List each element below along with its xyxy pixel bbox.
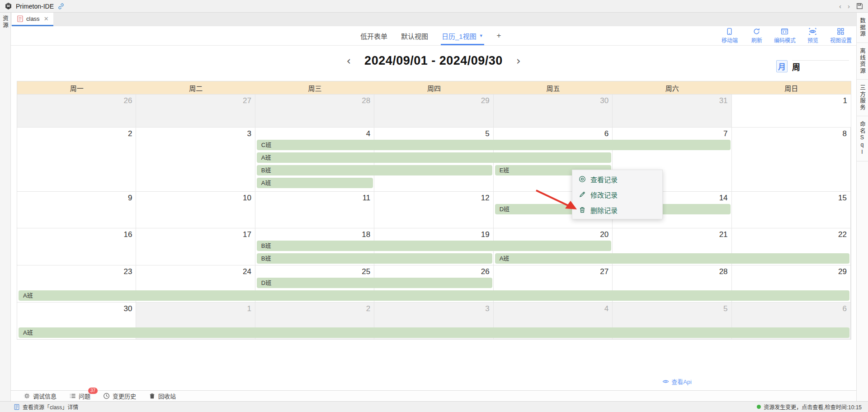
view-tab-1[interactable]: 默认视图	[401, 26, 428, 45]
weekday-label: 周一	[17, 81, 136, 94]
calendar-event-bar[interactable]: A班	[495, 253, 849, 264]
delete-record-icon	[579, 206, 586, 213]
day-cell[interactable]: 9	[17, 192, 136, 228]
day-cell[interactable]: 2	[17, 128, 136, 191]
day-number: 28	[362, 96, 370, 105]
bottom-toolbar-item-label: 变更历史	[113, 392, 136, 400]
day-cell[interactable]: 15	[732, 192, 851, 228]
day-cell[interactable]: 10	[136, 192, 255, 228]
save-icon[interactable]	[856, 2, 863, 10]
calendar-event-bar[interactable]: A班	[19, 327, 849, 338]
view-api-link[interactable]: 查看Api	[662, 377, 692, 386]
bottom-toolbar-item-3[interactable]: 回收站	[149, 392, 176, 400]
day-number: 8	[843, 129, 847, 138]
day-cell[interactable]: 8	[732, 128, 851, 191]
weekday-label: 周五	[494, 81, 613, 94]
statusbar-right-text: 资源发生变更，点击查看,检查时间:10:15	[764, 403, 862, 411]
right-sidebar-tab-label: 数据源	[858, 18, 867, 38]
week-row-2: 9101112131415D班	[17, 191, 851, 228]
next-month-button[interactable]: ›	[516, 55, 521, 67]
view-tab-0[interactable]: 低开表单	[360, 26, 387, 45]
day-cell[interactable]: 30	[494, 95, 613, 127]
primeton-ide-window: Primeton-IDE ‹ › 资源 class ✕	[0, 0, 868, 412]
history-back-button[interactable]: ‹	[836, 2, 844, 10]
day-cell[interactable]: 3	[136, 128, 255, 191]
day-number: 20	[600, 230, 609, 239]
right-sidebar-tab-3[interactable]: 命名Sql	[857, 116, 868, 161]
calendar-event-bar[interactable]: D班	[257, 278, 492, 288]
day-number: 6	[604, 129, 609, 138]
view-tab-2[interactable]: 日历_1视图▼	[442, 26, 483, 45]
week-row-1: 2345678C班A班B班E班A班	[17, 127, 851, 191]
statusbar-right[interactable]: 资源发生变更，点击查看,检查时间:10:15	[757, 403, 862, 411]
history-forward-button[interactable]: ›	[844, 2, 853, 10]
recycle-icon	[149, 393, 156, 399]
day-number: 7	[723, 129, 727, 138]
day-cell[interactable]: 17	[136, 228, 255, 265]
day-cell[interactable]: 1	[732, 95, 851, 127]
calendar-event-bar[interactable]: A班	[257, 152, 611, 163]
toolbar-action-label: 视图设置	[830, 36, 852, 44]
chevron-down-icon[interactable]: ▼	[479, 33, 483, 38]
calendar-event-bar[interactable]: A班	[257, 178, 373, 188]
editor-tab-class[interactable]: class ✕	[12, 13, 53, 26]
toolbar-action-0[interactable]: 移动端	[720, 28, 740, 44]
calendar-event-bar[interactable]: C班	[257, 140, 731, 150]
bottom-toolbar-item-0[interactable]: 调试信息	[24, 392, 57, 400]
add-view-button[interactable]: +	[497, 31, 501, 40]
context-menu-item-1[interactable]: 修改记录	[572, 187, 662, 202]
week-toggle-button[interactable]: 周	[792, 60, 849, 72]
toolbar-action-1[interactable]: 刷新	[747, 28, 767, 44]
editor-tabbar: class ✕	[11, 13, 856, 26]
statusbar: 查看资源「class」详情 资源发生变更，点击查看,检查时间:10:15	[0, 401, 868, 412]
toolbar-action-2[interactable]: 编码模式	[774, 28, 796, 44]
day-number: 4	[366, 129, 370, 138]
toolbar-action-3[interactable]: 预览	[803, 28, 823, 44]
day-cell[interactable]: 26	[17, 95, 136, 127]
right-sidebar-tab-2[interactable]: 三方服务	[857, 80, 868, 116]
refresh-icon	[753, 28, 760, 35]
bottom-toolbar-item-1[interactable]: 问题37	[69, 392, 90, 400]
day-number: 23	[124, 267, 132, 276]
day-cell[interactable]: 29	[374, 95, 493, 127]
right-sidebar-tab-1[interactable]: 离线资源	[857, 43, 868, 80]
toolbar-action-4[interactable]: 视图设置	[830, 28, 852, 44]
context-menu-item-0[interactable]: 查看记录	[572, 171, 662, 187]
context-menu-item-label: 查看记录	[590, 175, 618, 184]
calendar-event-bar[interactable]: B班	[257, 253, 492, 264]
day-number: 19	[481, 230, 490, 239]
day-cell[interactable]: 28	[255, 95, 374, 127]
day-cell[interactable]: 12	[374, 192, 493, 228]
right-sidebar-tab-0[interactable]: 数据源	[857, 13, 868, 43]
month-toggle-button[interactable]: 月	[776, 60, 788, 72]
day-number: 11	[363, 194, 371, 202]
toolbar-action-label: 预览	[807, 36, 818, 44]
day-cell[interactable]: 31	[613, 95, 731, 127]
day-number: 18	[362, 230, 370, 239]
calendar-event-bar[interactable]: A班	[19, 290, 849, 301]
calendar-event-bar[interactable]: B班	[257, 165, 492, 175]
view-tab-label: 日历_1视图	[442, 31, 476, 41]
prev-month-button[interactable]: ‹	[347, 55, 351, 67]
close-tab-icon[interactable]: ✕	[44, 15, 49, 22]
day-number: 6	[843, 304, 847, 313]
toolbar-actions: 移动端刷新编码模式预览视图设置	[720, 28, 852, 44]
day-number: 3	[247, 129, 251, 138]
debug-icon	[24, 393, 30, 399]
statusbar-left[interactable]: 查看资源「class」详情	[14, 403, 78, 411]
sidebar-tab-resources[interactable]: 资源	[1, 15, 9, 28]
weekday-label: 周日	[732, 81, 851, 94]
view-tab-label: 默认视图	[401, 31, 428, 41]
day-cell[interactable]: 11	[255, 192, 374, 228]
day-cell[interactable]: 16	[17, 228, 136, 265]
app-title: Primeton-IDE	[16, 3, 54, 10]
calendar-event-bar[interactable]: B班	[257, 241, 611, 251]
left-sidebar: 资源	[0, 13, 11, 401]
link-icon[interactable]	[57, 3, 65, 10]
day-number: 27	[600, 267, 609, 276]
context-menu-item-2[interactable]: 删除记录	[572, 202, 662, 218]
editor-tab-label: class	[26, 15, 40, 22]
day-cell[interactable]: 27	[136, 95, 255, 127]
bottom-toolbar-item-2[interactable]: 变更历史	[103, 392, 136, 400]
record-context-menu: 查看记录修改记录删除记录	[572, 170, 663, 219]
